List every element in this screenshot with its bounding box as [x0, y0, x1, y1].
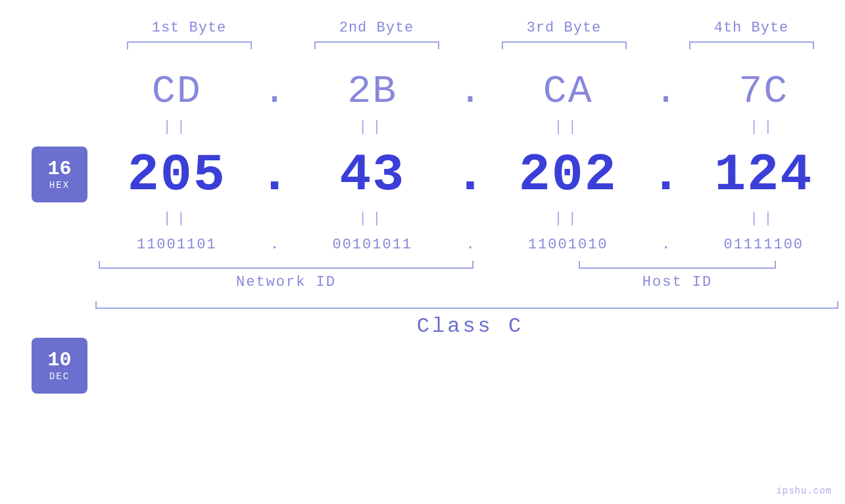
hex-dot3: .: [650, 69, 683, 114]
equals1-dot3: [650, 119, 683, 135]
bin-area: 2 BIN 11001101 . 00101011 . 11001010 . 0…: [0, 227, 845, 253]
dec-b2: 43: [291, 145, 454, 205]
network-bracket-container: [95, 261, 477, 269]
dec-badge: 10 DEC: [32, 338, 87, 394]
id-labels-row: Network ID Host ID: [0, 274, 845, 290]
hex-b3: CA: [487, 69, 650, 114]
equals-row-1: || || || ||: [0, 119, 845, 135]
byte4-label: 4th Byte: [658, 20, 845, 36]
dec-dot3: .: [650, 145, 683, 205]
network-id-label: Network ID: [95, 274, 477, 290]
bin-dot2: .: [454, 237, 487, 253]
equals1-b2: ||: [291, 119, 454, 135]
dec-badge-number: 10: [47, 350, 71, 371]
equals1-dot1: [258, 119, 291, 135]
dec-dot1: .: [258, 145, 291, 205]
network-bracket-line: [99, 261, 473, 269]
hex-dot2: .: [454, 69, 487, 114]
big-bracket-row: [0, 301, 845, 309]
bracket-line-b4: [689, 41, 814, 49]
bracket-line-b2: [314, 41, 439, 49]
dec-area: 10 DEC 205 . 43 . 202 . 124: [0, 135, 845, 205]
equals1-b1: ||: [95, 119, 258, 135]
bin-b3: 11001010: [487, 237, 650, 253]
dec-badge-label: DEC: [49, 371, 70, 382]
hex-b1: CD: [95, 69, 258, 114]
bracket-line-b3: [502, 41, 627, 49]
equals2-b4: ||: [683, 210, 846, 227]
equals2-dot2: [454, 210, 487, 227]
host-id-label: Host ID: [510, 274, 845, 290]
equals1-b3: ||: [487, 119, 650, 135]
hex-row: CD . 2B . CA . 7C: [0, 69, 845, 114]
dec-b1: 205: [95, 145, 258, 205]
equals-row-2: || || || ||: [0, 210, 845, 227]
hex-area: 16 HEX CD . 2B . CA . 7C: [0, 49, 845, 114]
bin-dot3: .: [650, 237, 683, 253]
byte-labels-row: 1st Byte 2nd Byte 3rd Byte 4th Byte: [0, 20, 845, 36]
host-bracket-line: [579, 261, 776, 269]
dec-row: 205 . 43 . 202 . 124: [0, 145, 845, 205]
equals2-b1: ||: [95, 210, 258, 227]
bracket-b1: [95, 41, 283, 49]
bin-b4: 01111100: [683, 237, 846, 253]
dec-b3: 202: [487, 145, 650, 205]
bracket-b2: [283, 41, 470, 49]
bin-b1: 11001101: [95, 237, 258, 253]
hex-dot1: .: [258, 69, 291, 114]
top-brackets: [0, 41, 845, 49]
watermark: ipshu.com: [776, 486, 832, 496]
class-label-row: Class C: [0, 314, 845, 338]
equals1-b4: ||: [683, 119, 846, 135]
host-bracket-container: [510, 261, 845, 269]
dec-b4: 124: [683, 145, 846, 205]
dec-dot2: .: [454, 145, 487, 205]
equals2-b2: ||: [291, 210, 454, 227]
equals2-b3: ||: [487, 210, 650, 227]
class-label: Class C: [417, 314, 523, 338]
bin-b2: 00101011: [291, 237, 454, 253]
equals2-dot1: [258, 210, 291, 227]
bracket-b4: [658, 41, 845, 49]
bracket-gap: [477, 261, 510, 269]
bin-row: 11001101 . 00101011 . 11001010 . 0111110…: [0, 237, 845, 253]
bottom-brackets-row: [0, 261, 845, 269]
byte1-label: 1st Byte: [95, 20, 283, 36]
big-bracket-line: [95, 301, 838, 309]
label-gap: [477, 274, 510, 290]
equals2-dot3: [650, 210, 683, 227]
bracket-line-b1: [127, 41, 252, 49]
bin-dot1: .: [258, 237, 291, 253]
byte2-label: 2nd Byte: [283, 20, 470, 36]
equals1-dot2: [454, 119, 487, 135]
hex-b4: 7C: [683, 69, 846, 114]
bracket-b3: [470, 41, 658, 49]
byte3-label: 3rd Byte: [470, 20, 658, 36]
hex-b2: 2B: [291, 69, 454, 114]
